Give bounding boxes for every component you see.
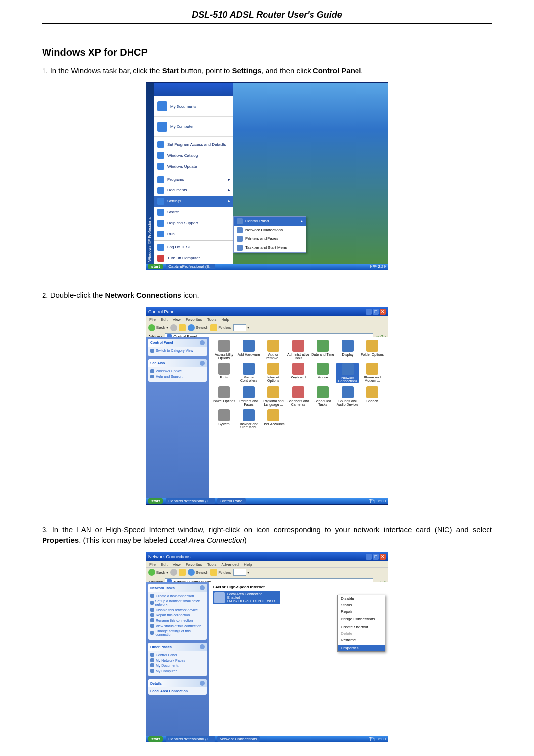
cp-icon[interactable]: Mouse [312,363,334,383]
cp-icon[interactable]: Speech [361,386,384,406]
ctx-bridge[interactable]: Bridge Connections [338,616,385,622]
start-button[interactable]: start [148,736,163,742]
chevron-icon[interactable] [200,644,205,649]
network-task[interactable]: Set up a home or small office network [150,599,205,606]
start-mydocs[interactable]: My Documents [154,96,233,117]
cp-icon[interactable]: Folder Options [361,340,384,360]
back-button[interactable]: Back ▾ [148,324,168,331]
task-capture[interactable]: CaptureProfessional (E... [166,736,215,742]
cp-icon[interactable]: Date and Time [312,340,334,360]
cp-icon[interactable]: Keyboard [287,363,310,383]
maximize-button[interactable]: □ [373,309,379,315]
network-task[interactable]: Create a new connection [150,594,205,598]
forward-button[interactable] [170,324,177,331]
cp-icon[interactable]: Game Controllers [237,363,260,383]
cp-icon[interactable]: Phone and Modem ... [361,363,384,383]
menu-favorites[interactable]: Favorites [186,317,202,322]
start-programs[interactable]: Programs▸ [154,174,233,185]
other-place[interactable]: My Computer [150,669,205,673]
start-help[interactable]: Help and Support [154,218,233,229]
start-search[interactable]: Search [154,207,233,218]
network-task[interactable]: Disable this network device [150,608,205,612]
cp-icon[interactable]: Regional and Language ... [262,386,285,406]
chevron-icon[interactable] [200,585,205,590]
cp-icon[interactable]: Taskbar and Start Menu [237,409,260,429]
cp-icon[interactable]: Scheduled Tasks [312,386,334,406]
submenu-taskbar[interactable]: Taskbar and Start Menu [234,243,306,252]
menu-edit[interactable]: Edit [161,317,168,322]
task-control-panel[interactable]: Control Panel [217,498,246,504]
side-windows-update[interactable]: Windows Update [150,369,205,373]
cp-icon[interactable]: Display [336,340,359,360]
search-button[interactable]: Search [188,569,208,576]
ctx-disable[interactable]: Disable [338,595,385,602]
cp-icon[interactable]: Add Hardware [237,340,260,360]
forward-button[interactable] [170,569,177,576]
menu-help[interactable]: Help [244,562,252,567]
close-button[interactable]: ✕ [380,554,386,560]
cp-icon[interactable]: Internet Options [262,363,285,383]
menu-file[interactable]: File [149,562,156,567]
cp-icon[interactable]: Fonts [213,363,235,383]
other-place[interactable]: My Documents [150,663,205,667]
start-run[interactable]: Run... [154,229,233,239]
up-button[interactable] [179,324,186,331]
network-task[interactable]: Rename this connection [150,618,205,622]
views-button[interactable]: ▾ [233,569,249,576]
cp-icon[interactable]: Add or Remove... [262,340,285,360]
chevron-icon[interactable] [200,361,205,366]
start-button[interactable]: start [148,498,163,504]
minimize-button[interactable]: _ [366,309,372,315]
menu-help[interactable]: Help [221,317,229,322]
submenu-printers[interactable]: Printers and Faxes [234,235,306,243]
menu-view[interactable]: View [173,562,181,567]
start-logoff[interactable]: Log Off TEST ... [154,242,233,253]
side-switch-view[interactable]: Switch to Category View [150,349,205,353]
start-mycomp[interactable]: My Computer [154,117,233,137]
cp-icon[interactable]: Accessibility Options [213,340,235,360]
menu-advanced[interactable]: Advanced [221,562,239,567]
network-task[interactable]: Change settings of this connection [150,629,205,636]
task-capture[interactable]: CaptureProfessional (E... [166,264,215,269]
ctx-status[interactable]: Status [338,602,385,608]
maximize-button[interactable]: □ [373,554,379,560]
menu-edit[interactable]: Edit [161,562,168,567]
menu-tools[interactable]: Tools [207,317,217,322]
cp-icon[interactable]: Printers and Faxes [237,386,260,406]
other-place[interactable]: My Network Places [150,658,205,662]
views-button[interactable]: ▾ [233,324,249,331]
start-spad[interactable]: Set Program Access and Defaults [154,139,233,150]
cp-icon[interactable]: System [213,409,235,429]
task-network[interactable]: Network Connections [217,736,260,742]
cp-icon[interactable]: Power Options [213,386,235,406]
cp-icon[interactable]: User Accounts [262,409,285,429]
submenu-network[interactable]: Network Connections [234,226,306,235]
ctx-rename[interactable]: Rename [338,637,385,643]
menu-file[interactable]: File [149,317,156,322]
cp-icon[interactable]: Network Connections [336,363,359,383]
search-button[interactable]: Search [188,324,208,331]
network-task[interactable]: Repair this connection [150,613,205,617]
menu-tools[interactable]: Tools [207,562,217,567]
network-task[interactable]: View status of this connection [150,624,205,628]
task-capture[interactable]: CaptureProfessional (E... [166,498,215,504]
start-turnoff[interactable]: Turn Off Computer... [154,253,233,264]
chevron-icon[interactable] [200,681,205,686]
cp-icon[interactable]: Administrative Tools [287,340,310,360]
cp-icon[interactable]: Sounds and Audio Devices [336,386,359,406]
start-settings[interactable]: Settings▸ [154,196,233,207]
folders-button[interactable]: Folders [210,569,231,576]
cp-icon[interactable]: Scanners and Cameras [287,386,310,406]
ctx-repair[interactable]: Repair [338,608,385,614]
menu-view[interactable]: View [173,317,181,322]
chevron-icon[interactable] [200,340,205,345]
up-button[interactable] [179,569,186,576]
menu-favorites[interactable]: Favorites [186,562,202,567]
side-help-support[interactable]: Help and Support [150,375,205,378]
start-winupd[interactable]: Windows Update [154,161,233,172]
close-button[interactable]: ✕ [380,309,386,315]
folders-button[interactable]: Folders [210,324,231,331]
minimize-button[interactable]: _ [366,554,372,560]
other-place[interactable]: Control Panel [150,653,205,657]
back-button[interactable]: Back ▾ [148,569,168,576]
